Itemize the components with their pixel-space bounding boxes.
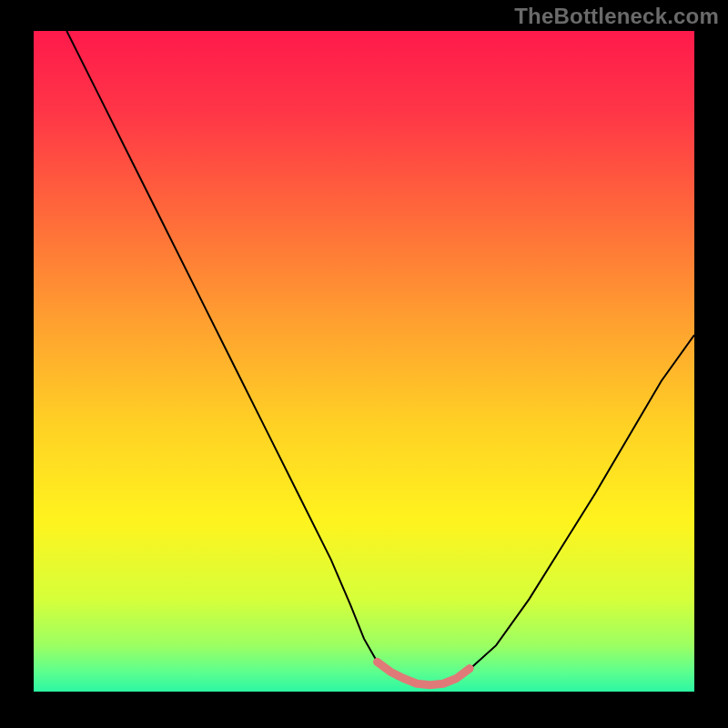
watermark-text: TheBottleneck.com — [514, 4, 719, 29]
chart-svg — [34, 31, 694, 692]
chart-background — [34, 31, 694, 692]
bottleneck-chart — [34, 31, 694, 692]
chart-frame: TheBottleneck.com — [0, 0, 728, 728]
